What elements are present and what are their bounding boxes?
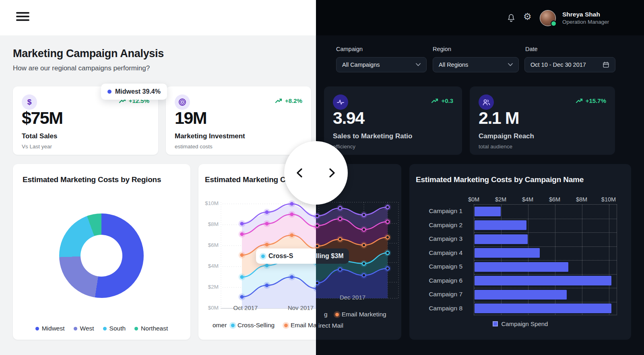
trending-up-icon: [576, 97, 583, 104]
bar-campaign-6[interactable]: [475, 276, 611, 285]
x-tick-nov: Nov 2017: [283, 304, 316, 311]
topbar-light: [0, 0, 316, 35]
light-theme-pane: Marketing Campaign Analysis How are our …: [0, 0, 316, 355]
legend-item-northeast[interactable]: Northeast: [134, 325, 168, 332]
bar-campaign-4[interactable]: [475, 248, 540, 258]
legend-item-label[interactable]: Email Marketing: [342, 311, 386, 318]
bar-campaign-1[interactable]: [475, 207, 501, 216]
bar-campaign-8[interactable]: [475, 304, 611, 313]
bar-category-label: Campaign 3: [411, 232, 468, 246]
kpi-label: Total Sales: [22, 132, 58, 140]
chevron-down-icon: [416, 63, 421, 66]
trending-up-icon: [275, 97, 283, 104]
line-tooltip-right-half: lling $3M: [316, 248, 349, 264]
dollar-sign-icon: $: [22, 94, 37, 110]
filter-label-campaign: Campaign: [336, 46, 363, 52]
bar-campaign-2[interactable]: [475, 220, 526, 230]
bar-chart-plot[interactable]: [474, 204, 617, 315]
grid-vline: [582, 205, 582, 315]
region-select[interactable]: All Regions: [433, 57, 519, 72]
hamburger-menu-icon[interactable]: [16, 12, 29, 23]
status-online-dot: [551, 21, 557, 27]
campaign-select[interactable]: All Campaigns: [336, 57, 427, 72]
kpi-subtext: Vs Last year: [22, 144, 52, 150]
legend-item-south[interactable]: South: [103, 325, 126, 332]
bar-category-label: Campaign 6: [411, 274, 468, 288]
chevron-down-icon: [508, 63, 513, 66]
chevron-left-icon: [295, 168, 305, 178]
bar-campaign-5[interactable]: [475, 262, 568, 272]
legend-item-label[interactable]: irect Mail: [318, 322, 343, 329]
grid-hline: [474, 246, 617, 247]
kpi-value: 2.1 M: [479, 108, 519, 128]
bar-chart-legend[interactable]: Campaign Spend: [409, 320, 631, 327]
legend-label: Midwest: [42, 325, 65, 332]
legend-item-label[interactable]: Cross-Selling: [237, 322, 275, 329]
line-chart-legend-dark-row1: gEmail Marketing: [324, 311, 386, 318]
bar-category-label: Campaign 8: [411, 302, 468, 316]
bar-category-label: Campaign 1: [411, 204, 468, 218]
kpi-label: Marketing Investment: [175, 132, 245, 140]
legend-label: Northeast: [141, 325, 168, 332]
kpi-label: Campaign Reach: [479, 132, 534, 140]
donut-tooltip: Midwest 39.4%: [101, 84, 167, 100]
donut-legend: MidwestWestSouthNortheast: [13, 325, 190, 332]
grid-hline: [474, 288, 617, 288]
kpi-card-campaign-reach: +15.7% 2.1 M Campaign Reach total audien…: [470, 86, 615, 155]
legend-dot: [103, 327, 107, 330]
legend-item-label[interactable]: Email Marketing: [291, 322, 316, 329]
kpi-value: 3.94: [333, 108, 364, 128]
bar-category-label: Campaign 7: [411, 287, 468, 302]
calendar-icon: [603, 61, 609, 68]
donut-chart[interactable]: [59, 213, 144, 298]
legend-dot: [74, 327, 77, 330]
legend-item-label[interactable]: omer: [213, 322, 227, 329]
page-title: Marketing Campaign Analysis: [13, 47, 164, 60]
grid-vline: [609, 205, 609, 315]
filter-label-region: Region: [433, 46, 451, 52]
kpi-subtext: estimated costs: [175, 144, 213, 150]
target-icon: [175, 94, 190, 110]
chevron-right-icon: [326, 168, 337, 178]
bell-icon[interactable]: [506, 12, 516, 23]
trending-up-icon: [431, 97, 439, 104]
grid-hline: [474, 302, 617, 302]
line-tooltip-left-half: Cross-S: [256, 248, 316, 264]
legend-item-midwest[interactable]: Midwest: [35, 325, 65, 332]
activity-icon: [333, 94, 348, 110]
dark-theme-pane: ⚙ Shreya Shah Operation Manager Campaign…: [316, 0, 644, 355]
legend-item-west[interactable]: West: [74, 325, 94, 332]
kpi-card-marketing-investment: +8.2% 19M Marketing Investment estimated…: [166, 86, 311, 155]
x-axis-tick: $0M: [462, 196, 485, 203]
users-icon: [479, 94, 494, 110]
x-tick-oct: Oct 2017: [227, 304, 264, 311]
x-axis-tick: $8M: [570, 196, 593, 203]
grid-hline: [474, 219, 617, 219]
x-axis-tick: $4M: [516, 196, 539, 203]
kpi-value: $75M: [22, 108, 63, 128]
legend-dot: [134, 327, 138, 330]
tooltip-series-dot: [107, 90, 111, 94]
legend-item-label[interactable]: g: [324, 311, 328, 318]
chart-title: Estimated Marketing Costs by Regions: [23, 175, 161, 184]
bar-campaign-3[interactable]: [475, 234, 528, 244]
tooltip-series-dot: [261, 254, 265, 258]
filter-label-date: Date: [525, 46, 538, 52]
grid-hline: [474, 260, 617, 261]
x-tick-dec: Dec 2017: [330, 294, 375, 301]
date-range-picker[interactable]: Oct 10 - Dec 30 2017: [524, 57, 615, 72]
legend-dot: [284, 324, 288, 327]
x-axis-tick: $2M: [489, 196, 512, 203]
kpi-subtext: total audience: [479, 144, 512, 150]
user-role: Operation Manager: [562, 19, 609, 25]
grid-hline: [474, 232, 617, 233]
bar-campaign-7[interactable]: [475, 290, 567, 300]
grid-hline: [474, 274, 617, 275]
settings-gear-icon[interactable]: ⚙: [523, 12, 532, 21]
chart-card-costs-by-region: Estimated Marketing Costs by Regions Mid…: [13, 164, 190, 340]
theme-compare-slider-handle[interactable]: [284, 141, 348, 205]
kpi-label: Sales to Marketing Ratio: [333, 132, 412, 140]
x-axis-tick: $6M: [543, 196, 566, 203]
bar-category-label: Campaign 4: [411, 246, 468, 260]
page-subtitle: How are our regional campaigns performin…: [13, 64, 150, 72]
